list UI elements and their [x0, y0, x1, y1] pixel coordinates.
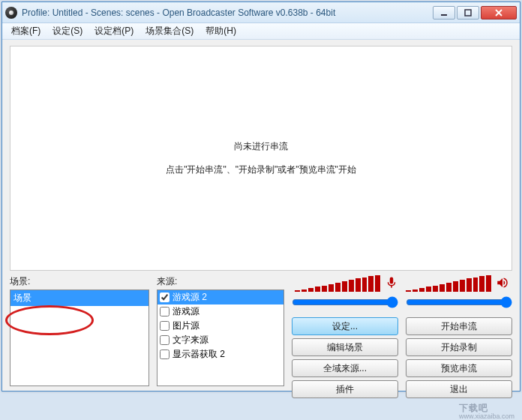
desktop-volume-slider[interactable]: [406, 296, 512, 308]
close-button[interactable]: [481, 6, 517, 20]
settings-button[interactable]: 设定...: [292, 317, 398, 335]
global-sources-button[interactable]: 全域来源...: [292, 359, 398, 377]
preview-status-line1: 尚未进行串流: [234, 140, 288, 153]
menu-settings[interactable]: 设定(S): [46, 23, 88, 39]
menu-help[interactable]: 帮助(H): [200, 23, 242, 39]
microphone-icon[interactable]: [385, 276, 398, 292]
edit-scene-button[interactable]: 编辑场景: [292, 338, 398, 356]
window-title: Profile: Untitled - Scenes: scenes - Ope…: [22, 8, 433, 18]
source-checkbox[interactable]: [160, 307, 170, 316]
speaker-icon[interactable]: [496, 276, 509, 292]
mic-bars: [295, 275, 382, 292]
svg-rect-1: [465, 10, 471, 16]
controls-panel: 设定... 开始串流 编辑场景 开始录制 全域来源... 预览串流 插件 退出: [292, 275, 512, 386]
start-stream-button[interactable]: 开始串流: [406, 317, 512, 335]
sources-label: 来源:: [157, 275, 284, 288]
scenes-listbox[interactable]: 场景: [10, 290, 149, 386]
audio-meters: [292, 275, 512, 293]
scenes-panel: 场景: 场景: [10, 275, 149, 386]
maximize-icon: [464, 9, 472, 16]
menu-file[interactable]: 档案(F): [5, 23, 46, 39]
preview-stream-button[interactable]: 预览串流: [406, 359, 512, 377]
source-label: 图片源: [172, 320, 200, 332]
source-label: 文字来源: [172, 334, 208, 346]
titlebar[interactable]: Profile: Untitled - Scenes: scenes - Ope…: [2, 2, 520, 23]
watermark-url: www.xiazaiba.com: [459, 412, 514, 420]
minimize-button[interactable]: [433, 6, 455, 20]
source-row[interactable]: 图片源: [158, 319, 284, 333]
bottom-panel: 场景: 场景 来源: 游戏源 2 游戏源: [10, 275, 512, 386]
window-controls: [433, 6, 517, 20]
maximize-button[interactable]: [457, 6, 479, 20]
desktop-meter: [406, 275, 509, 292]
menu-scene-collection[interactable]: 场景集合(S): [140, 23, 200, 39]
close-icon: [495, 9, 502, 16]
source-checkbox[interactable]: [160, 321, 170, 331]
preview-area: 尚未进行串流 点击"开始串流"、"开始录制"或者"预览串流"开始: [10, 46, 512, 271]
sources-listbox[interactable]: 游戏源 2 游戏源 图片源 文字来源: [157, 290, 284, 386]
preview-status-line2: 点击"开始串流"、"开始录制"或者"预览串流"开始: [166, 164, 356, 176]
source-checkbox[interactable]: [160, 292, 170, 302]
mic-slider-wrap: [292, 296, 398, 308]
source-checkbox[interactable]: [160, 350, 170, 359]
scene-row[interactable]: 场景: [10, 290, 148, 306]
desktop-bars: [406, 275, 493, 292]
plugins-button[interactable]: 插件: [292, 380, 398, 398]
mic-meter: [295, 275, 398, 292]
watermark-text: 下载吧: [459, 403, 488, 413]
app-window: Profile: Untitled - Scenes: scenes - Ope…: [2, 2, 520, 392]
source-checkbox[interactable]: [160, 335, 170, 345]
mic-volume-slider[interactable]: [292, 296, 398, 308]
start-record-button[interactable]: 开始录制: [406, 338, 512, 356]
source-row[interactable]: 显示器获取 2: [158, 347, 284, 362]
app-icon: [5, 7, 17, 19]
menubar: 档案(F) 设定(S) 设定档(P) 场景集合(S) 帮助(H): [2, 23, 520, 40]
desktop-slider-wrap: [406, 296, 512, 308]
source-row[interactable]: 游戏源 2: [158, 290, 284, 304]
watermark: 下载吧 www.xiazaiba.com: [459, 396, 514, 420]
client-area: 尚未进行串流 点击"开始串流"、"开始录制"或者"预览串流"开始 场景: 场景 …: [2, 40, 520, 391]
source-label: 游戏源: [172, 305, 200, 318]
button-grid: 设定... 开始串流 编辑场景 开始录制 全域来源... 预览串流 插件 退出: [292, 296, 512, 398]
source-row[interactable]: 游戏源: [158, 304, 284, 319]
svg-rect-0: [441, 14, 447, 16]
menu-profiles[interactable]: 设定档(P): [88, 23, 140, 39]
minimize-icon: [440, 9, 448, 16]
source-label: 游戏源 2: [172, 291, 207, 304]
source-row[interactable]: 文字来源: [158, 333, 284, 347]
sources-panel: 来源: 游戏源 2 游戏源 图片源: [157, 275, 284, 386]
exit-button[interactable]: 退出: [406, 380, 512, 398]
scenes-label: 场景:: [10, 275, 149, 288]
source-label: 显示器获取 2: [172, 348, 225, 361]
